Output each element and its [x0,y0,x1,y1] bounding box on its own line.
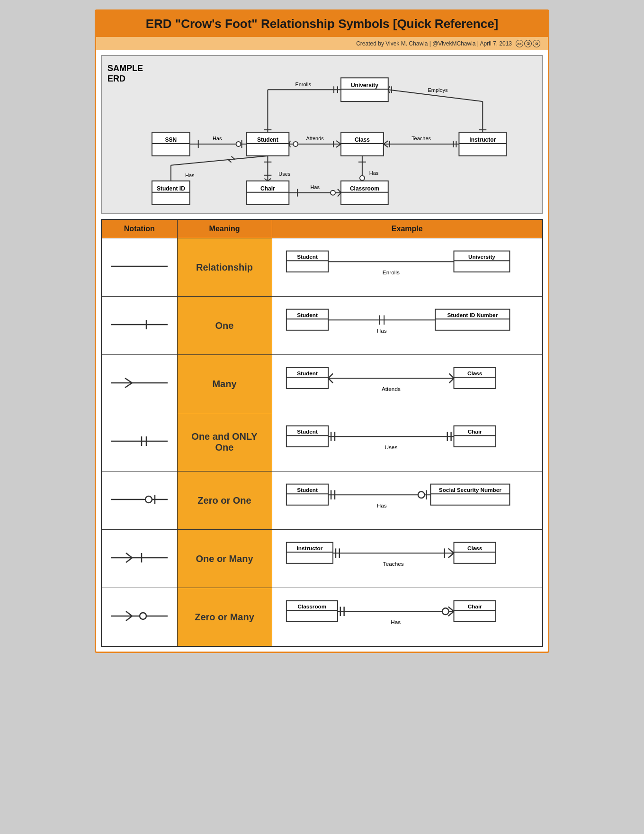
notation-one-many-svg [106,544,172,572]
svg-text:Instructor: Instructor [296,545,322,551]
svg-rect-21 [459,132,506,156]
svg-line-58 [338,189,341,193]
svg-line-112 [328,378,333,383]
svg-text:Has: Has [213,136,222,141]
notation-zero-many [101,588,177,647]
svg-text:Class: Class [355,136,370,143]
svg-text:University: University [351,82,378,89]
example-zero-many: Classroom Chair [272,588,543,647]
erd-sample-label: SAMPLEERD [107,63,143,84]
svg-text:Chair: Chair [260,185,275,192]
svg-point-62 [360,176,365,181]
example-one-only-container: Student Chair Uses [282,421,533,463]
svg-text:Attends: Attends [306,136,324,141]
svg-line-110 [449,378,454,383]
table-row: One and ONLY One Student Chair [101,413,543,471]
example-many-container: Student Class Attends [282,363,533,405]
example-relationship: Student University Enrolls [272,238,543,297]
meaning-one-many: One or Many [177,530,272,588]
svg-text:Has: Has [310,184,320,190]
svg-text:Attends: Attends [381,386,400,392]
meaning-zero-many: Zero or Many [177,588,272,647]
reference-table: Notation Meaning Example Relationship [101,219,543,647]
svg-text:Student: Student [297,312,318,318]
svg-text:Social Security Number: Social Security Number [438,487,501,493]
svg-text:Classroom: Classroom [350,185,379,192]
by-icon: ① [524,40,532,47]
example-relationship-container: Student University Enrolls [282,246,533,289]
svg-line-163 [126,611,132,616]
svg-rect-0 [152,132,190,156]
svg-text:Has: Has [376,327,386,334]
license-icons: cc ① ⊘ [516,40,540,47]
svg-text:Student: Student [297,428,318,435]
example-many-svg: Student Class Attends [282,363,533,405]
svg-text:Student: Student [297,487,318,493]
example-zero-one-container: Student Social Security Number [282,479,533,522]
svg-point-51 [293,142,298,146]
header-meaning: Meaning [177,219,272,238]
svg-text:Uses: Uses [278,171,291,177]
svg-line-109 [449,373,454,378]
svg-text:University: University [468,254,495,260]
example-one-many-container: Instructor Class [282,537,533,580]
svg-rect-15 [341,132,384,156]
svg-line-100 [125,378,132,383]
notation-one-many [101,530,177,588]
table-row: One Student Student ID Number [101,297,543,355]
example-one-only-svg: Student Chair Uses [282,421,533,463]
meaning-many: Many [177,355,272,413]
svg-point-162 [140,613,146,619]
svg-text:Student: Student [257,136,278,143]
svg-line-48 [336,141,341,144]
svg-point-57 [331,190,335,195]
svg-text:SSN: SSN [165,136,177,143]
notation-zero-many-svg [106,602,172,630]
nc-icon: ⊘ [533,40,540,47]
meaning-zero-one: Zero or One [177,471,272,530]
svg-point-130 [145,496,152,503]
table-row: Relationship Student University Enrolls [101,238,543,297]
svg-text:Has: Has [185,172,195,178]
example-one-many-svg: Instructor Class [282,537,533,580]
notation-one [101,297,177,355]
svg-text:Instructor: Instructor [469,136,496,143]
example-zero-many-svg: Classroom Chair [282,596,533,638]
example-relationship-svg: Student University Enrolls [282,246,533,289]
credit-text: Created by Vivek M. Chawla | @VivekMChaw… [356,40,512,47]
example-one-container: Student Student ID Number Has [282,304,533,347]
example-one-svg: Student Student ID Number Has [282,304,533,347]
svg-line-101 [125,383,132,388]
svg-line-111 [328,373,333,378]
cc-icon: cc [516,40,523,47]
svg-point-27 [236,142,241,146]
svg-text:Classroom: Classroom [297,603,326,609]
example-zero-one-svg: Student Social Security Number [282,479,533,522]
erd-svg: SSN Student ID Student Chair University [147,63,535,206]
table-row: Many Student Class [101,355,543,413]
svg-text:Has: Has [376,502,386,508]
notation-many [101,355,177,413]
table-row: Zero or One Student Social Security Numb… [101,471,543,530]
example-many: Student Class Attends [272,355,543,413]
example-one-many: Instructor Class [272,530,543,588]
svg-line-159 [448,553,454,558]
svg-text:Class: Class [467,370,482,376]
example-one-only: Student Chair Uses [272,413,543,471]
svg-line-59 [338,193,341,197]
meaning-relationship: Relationship [177,238,272,297]
svg-text:Student: Student [297,254,318,260]
svg-text:Teaches: Teaches [383,561,403,567]
svg-text:Enrolls: Enrolls [382,269,399,275]
svg-text:Student ID Number: Student ID Number [447,312,498,318]
svg-text:Student: Student [297,370,318,376]
svg-line-73 [384,141,388,144]
svg-text:Chair: Chair [467,603,482,609]
svg-text:Class: Class [467,545,482,551]
notation-one-only [101,413,177,471]
erd-sample-section: SAMPLEERD SSN Student ID Student Cha [101,55,543,214]
title-bar: ERD "Crow's Foot" Relationship Symbols [… [96,11,548,37]
notation-one-only-svg [106,427,172,455]
svg-point-174 [442,608,448,615]
example-zero-many-container: Classroom Chair [282,596,533,638]
